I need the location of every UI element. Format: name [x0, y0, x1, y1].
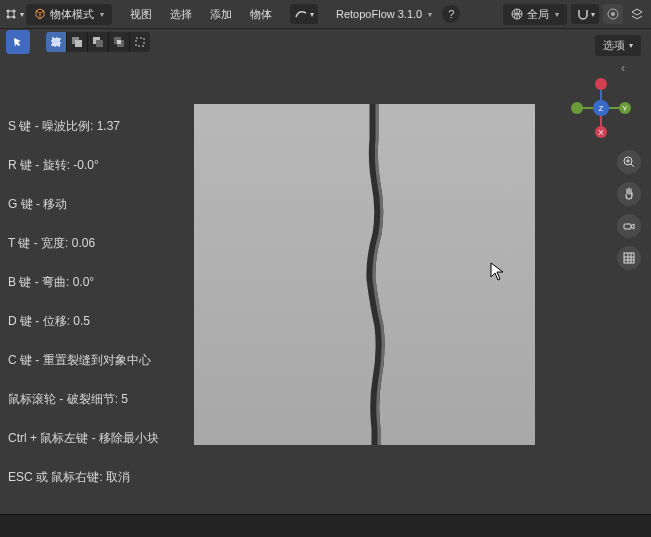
orientation-label: 全局 — [527, 7, 549, 22]
hint-b: B 键 - 弯曲: 0.0° — [8, 276, 159, 288]
hint-wheel: 鼠标滚轮 - 破裂细节: 5 — [8, 393, 159, 405]
axis-x-label: X — [598, 128, 604, 137]
pan-icon[interactable] — [617, 182, 641, 206]
globe-icon — [511, 8, 523, 20]
svg-point-23 — [595, 78, 607, 90]
svg-line-26 — [631, 164, 634, 167]
select-toolbar — [0, 28, 651, 56]
options-label: 选项 — [603, 38, 625, 53]
hint-g: G 键 - 移动 — [8, 198, 159, 210]
hint-t: T 键 - 宽度: 0.06 — [8, 237, 159, 249]
sel-mode-subtract[interactable] — [88, 32, 109, 52]
svg-rect-30 — [624, 253, 634, 263]
panel-toggle-icon[interactable]: ‹ — [613, 58, 633, 78]
menu-view[interactable]: 视图 — [122, 3, 160, 26]
hint-s: S 键 - 噪波比例: 1.37 — [8, 120, 159, 132]
mode-label: 物体模式 — [50, 7, 94, 22]
hint-c: C 键 - 重置裂缝到对象中心 — [8, 354, 159, 366]
status-bar — [0, 514, 651, 537]
hint-r: R 键 - 旋转: -0.0° — [8, 159, 159, 171]
menu-add[interactable]: 添加 — [202, 3, 240, 26]
viewport-3d[interactable] — [194, 104, 535, 445]
overlay-icon[interactable] — [627, 4, 647, 24]
camera-icon[interactable] — [617, 214, 641, 238]
proportional-icon[interactable] — [603, 4, 623, 24]
select-tool-button[interactable] — [6, 30, 30, 54]
hint-esc: ESC 或 鼠标右键: 取消 — [8, 471, 159, 483]
tool-draw-icon[interactable]: ▾ — [290, 4, 318, 24]
svg-point-6 — [611, 12, 615, 16]
chevron-down-icon: ▾ — [629, 41, 633, 50]
sel-mode-new[interactable] — [46, 32, 67, 52]
select-mode-group — [46, 32, 150, 52]
menu-select[interactable]: 选择 — [162, 3, 200, 26]
retopoflow-dropdown[interactable]: RetopoFlow 3.1.0 ▾ — [328, 5, 440, 23]
help-icon[interactable]: ? — [442, 5, 460, 23]
sel-mode-intersect[interactable] — [109, 32, 130, 52]
sel-mode-extend[interactable] — [67, 32, 88, 52]
svg-point-21 — [571, 102, 583, 114]
mode-dropdown[interactable]: 物体模式 ▾ — [26, 4, 112, 25]
options-dropdown[interactable]: 选项 ▾ — [595, 35, 641, 56]
operator-hints: S 键 - 噪波比例: 1.37 R 键 - 旋转: -0.0° G 键 - 移… — [8, 120, 159, 510]
svg-rect-7 — [52, 38, 60, 46]
addon-label: RetopoFlow 3.1.0 — [336, 8, 422, 20]
viewport-tools — [617, 150, 641, 270]
svg-rect-29 — [624, 224, 631, 229]
zoom-icon[interactable] — [617, 150, 641, 174]
navigation-gizmo[interactable]: Z Y X — [569, 76, 633, 140]
menu-object[interactable]: 物体 — [242, 3, 280, 26]
svg-rect-15 — [136, 38, 144, 46]
axis-y-label: Y — [622, 104, 628, 113]
editor-type-icon[interactable]: ▾ — [4, 4, 24, 24]
chevron-down-icon: ▾ — [100, 10, 104, 19]
svg-rect-14 — [117, 40, 121, 44]
cube-icon — [34, 8, 46, 20]
perspective-icon[interactable] — [617, 246, 641, 270]
sel-mode-invert[interactable] — [130, 32, 150, 52]
crack-geometry — [364, 104, 390, 445]
svg-rect-9 — [75, 40, 82, 47]
orientation-dropdown[interactable]: 全局 ▾ — [503, 4, 567, 25]
snap-icon[interactable]: ▾ — [571, 4, 599, 24]
hint-d: D 键 - 位移: 0.5 — [8, 315, 159, 327]
hint-ctrl: Ctrl + 鼠标左键 - 移除最小块 — [8, 432, 159, 444]
svg-rect-11 — [96, 40, 103, 47]
axis-z-label: Z — [599, 104, 604, 113]
header-bar: ▾ 物体模式 ▾ 视图 选择 添加 物体 ▾ RetopoFlow 3.1.0 … — [0, 0, 651, 29]
